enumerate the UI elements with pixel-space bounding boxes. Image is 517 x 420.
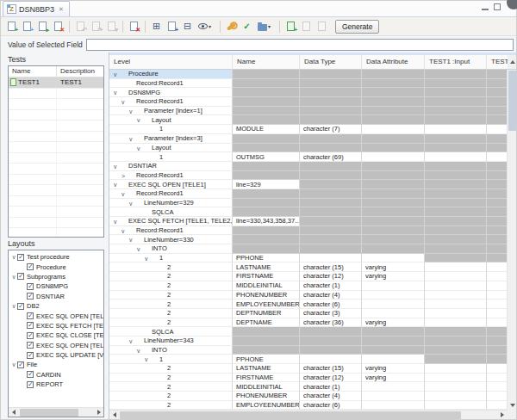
tree-cell-level[interactable]: 1: [109, 125, 233, 134]
tree-row[interactable]: 2EMPLOYEENUMBERcharacter (6): [109, 401, 507, 410]
checkbox-checked-icon[interactable]: [27, 332, 34, 339]
layouts-hscroll-thumb[interactable]: [20, 409, 78, 417]
tree-row[interactable]: v1PPHONE: [109, 355, 507, 364]
tree-row[interactable]: vDSNTIAR: [109, 162, 507, 171]
expand-selected-icon[interactable]: +: [165, 19, 179, 34]
tree-cell-level[interactable]: SQLCA: [109, 207, 233, 217]
checkbox-checked-icon[interactable]: [27, 371, 34, 378]
tree-row[interactable]: 2FIRSTNAMEcharacter (12)varying: [109, 374, 507, 383]
chevron-down-icon[interactable]: v: [10, 274, 17, 280]
tree-cell-test1-expected[interactable]: [487, 374, 507, 383]
chevron-down-icon[interactable]: v: [129, 236, 133, 244]
checkbox-checked-icon[interactable]: [27, 322, 34, 329]
collapse-all-icon[interactable]: ⊟: [180, 19, 195, 34]
tree-cell-test1-expected[interactable]: [487, 262, 507, 272]
tree-cell-test1-input[interactable]: [425, 272, 487, 281]
col-name[interactable]: Name: [233, 55, 300, 69]
col-data-attribute[interactable]: Data Attribute: [362, 55, 425, 69]
checkbox-checked-icon[interactable]: [17, 361, 24, 368]
tree-row[interactable]: vLayout: [109, 144, 507, 153]
checkbox-checked-icon[interactable]: [17, 254, 24, 261]
tree-row[interactable]: vEXEC SQL OPEN [TELE1]line=329: [109, 180, 507, 189]
tree-cell-test1-input[interactable]: [425, 374, 487, 383]
chevron-down-icon[interactable]: v: [10, 303, 17, 309]
tree-cell-level[interactable]: SQLCA: [109, 327, 233, 337]
tree-cell-level[interactable]: 2: [109, 401, 233, 410]
tree-cell-level[interactable]: vRecord:Record1: [109, 226, 233, 236]
tree-cell-test1-input[interactable]: [425, 281, 487, 291]
layout-item-exec-sql-open-tele2[interactable]: EXEC SQL OPEN [TELE2,: [9, 341, 103, 350]
tree-cell-test1-input[interactable]: [425, 152, 487, 162]
tree-cell-test1-expected[interactable]: [487, 300, 507, 309]
tree-cell-test1-expected[interactable]: [487, 382, 507, 392]
remove-entry-icon[interactable]: ✕: [127, 19, 141, 34]
selected-field-value-input[interactable]: [86, 39, 514, 51]
tests-col-description[interactable]: Description: [57, 66, 95, 77]
tree-row[interactable]: vINTO: [109, 346, 507, 355]
delete-test-icon[interactable]: ✕: [51, 19, 65, 34]
tree-row[interactable]: SQLCA: [109, 327, 507, 337]
scroll-up-icon[interactable]: [508, 55, 516, 69]
tree-row[interactable]: vINTO: [109, 244, 507, 254]
tree-cell-test1-expected[interactable]: [487, 318, 507, 328]
tree-cell-level[interactable]: vLineNumber=330: [109, 235, 233, 244]
tree-cell-test1-input[interactable]: [425, 401, 487, 410]
tree-row[interactable]: Record:Record1: [109, 79, 507, 89]
tree-cell-level[interactable]: vINTO: [109, 346, 233, 355]
tree-cell-test1-expected[interactable]: [487, 281, 507, 291]
layout-item-procedure[interactable]: Procedure: [9, 262, 103, 271]
checkbox-checked-icon[interactable]: [27, 381, 34, 388]
tree-cell-test1-expected[interactable]: [487, 125, 507, 134]
tree-vscroll-thumb[interactable]: [508, 71, 516, 131]
tree-row[interactable]: 1MODULEcharacter (7): [109, 125, 507, 134]
chevron-down-icon[interactable]: v: [114, 163, 117, 170]
tree-cell-test1-expected[interactable]: [487, 392, 507, 401]
tree-cell-level[interactable]: vLineNumber=329: [109, 199, 233, 208]
scroll-left-icon[interactable]: [9, 408, 18, 417]
tree-cell-test1-expected[interactable]: [487, 401, 507, 410]
tree-cell-test1-expected[interactable]: [487, 272, 507, 281]
tree-cell-level[interactable]: 2: [109, 291, 233, 300]
tree-cell-level[interactable]: v1: [109, 355, 233, 364]
tree-row[interactable]: 2DEPTNAMEcharacter (36)varying: [109, 318, 507, 328]
chevron-down-icon[interactable]: v: [129, 337, 133, 345]
tree-cell-level[interactable]: 2: [109, 300, 233, 309]
chevron-down-icon[interactable]: v: [137, 245, 140, 253]
chevron-down-icon[interactable]: v: [145, 255, 148, 262]
copy-test-icon[interactable]: +: [20, 19, 34, 34]
tree-cell-level[interactable]: 1: [109, 152, 233, 162]
add-test-icon[interactable]: +: [4, 19, 19, 34]
checkbox-checked-icon[interactable]: [27, 283, 34, 290]
checkbox-checked-icon[interactable]: [27, 342, 34, 349]
tree-cell-level[interactable]: vDSN8MPG: [109, 88, 233, 97]
layout-item-exec-sql-close-tele1[interactable]: EXEC SQL CLOSE [TELE1,: [9, 330, 103, 340]
layout-item-test-procedure[interactable]: vTest procedure: [9, 252, 103, 262]
layout-item-exec-sql-open-tele1[interactable]: EXEC SQL OPEN [TELE1]: [9, 311, 103, 320]
tree-row[interactable]: vParameter [index=3]: [109, 134, 507, 144]
tree-cell-test1-input[interactable]: [425, 364, 487, 374]
test-row[interactable]: TEST1TEST1: [9, 77, 103, 89]
tree-row[interactable]: vRecord:Record1: [109, 189, 507, 199]
chevron-down-icon[interactable]: v: [114, 71, 117, 78]
chevron-down-icon[interactable]: v: [114, 181, 117, 188]
tree-cell-level[interactable]: 2: [109, 382, 233, 392]
checkbox-checked-icon[interactable]: [17, 273, 24, 280]
tree-row[interactable]: vParameter [index=1]: [109, 107, 507, 116]
tree-row[interactable]: vEXEC SQL FETCH [TELE1, TELE2, TELE3]lin…: [109, 217, 507, 226]
checkbox-checked-icon[interactable]: [27, 263, 34, 270]
tree-row[interactable]: 2EMPLOYEENUMBERcharacter (6): [109, 300, 507, 309]
tree-row[interactable]: 2MIDDLEINITIALcharacter (1): [109, 382, 507, 392]
scroll-right-icon[interactable]: [94, 408, 103, 417]
close-icon[interactable]: ✕: [59, 6, 64, 13]
chevron-down-icon[interactable]: v: [129, 108, 133, 115]
tree-cell-level[interactable]: v1: [109, 254, 233, 263]
layout-item-db2[interactable]: vDB2: [9, 301, 103, 311]
scroll-down-icon[interactable]: [508, 400, 516, 410]
chevron-down-icon[interactable]: v: [10, 361, 17, 368]
tree-row[interactable]: SQLCA: [109, 207, 507, 217]
tree-row[interactable]: vRecord:Record1: [109, 226, 507, 236]
tree-row[interactable]: vProcedure: [109, 70, 507, 79]
tree-cell-level[interactable]: vDSNTIAR: [109, 162, 233, 171]
chevron-down-icon[interactable]: v: [121, 227, 125, 235]
chevron-down-icon[interactable]: v: [137, 116, 140, 124]
